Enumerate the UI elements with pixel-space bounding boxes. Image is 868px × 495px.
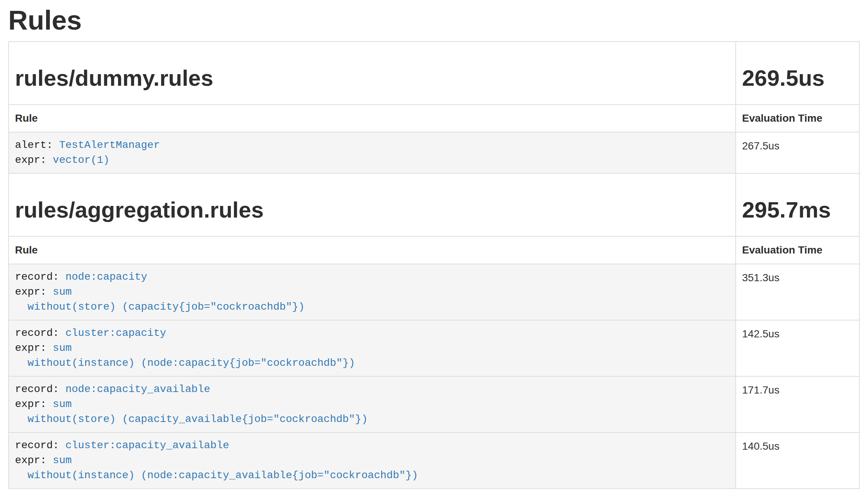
rule-evaluation-time: 351.3us bbox=[736, 264, 859, 320]
rule-expression-link[interactable]: TestAlertManager bbox=[59, 139, 160, 151]
rule-evaluation-time: 140.5us bbox=[736, 432, 859, 489]
rule-code: record: cluster:capacity expr: sum witho… bbox=[15, 326, 729, 371]
rule-code: record: cluster:capacity_available expr:… bbox=[15, 438, 729, 483]
group-eval-cell: 269.5us bbox=[736, 42, 859, 104]
group-name: rules/aggregation.rules bbox=[15, 198, 729, 222]
rule-keyword: record: bbox=[15, 327, 65, 339]
rule-keyword: expr: bbox=[15, 398, 53, 410]
rule-keyword: expr: bbox=[15, 342, 53, 354]
rule-expression-link[interactable]: sum bbox=[53, 286, 72, 298]
evaluation-time-column-header: Evaluation Time bbox=[736, 104, 859, 132]
rules-table: rules/dummy.rules 269.5us Rule Evaluatio… bbox=[8, 41, 860, 489]
rule-expression-link[interactable]: vector(1) bbox=[53, 154, 109, 166]
column-header-row: Rule Evaluation Time bbox=[9, 236, 859, 264]
rule-expression-link[interactable]: without(store) (capacity_available{job="… bbox=[15, 413, 368, 425]
rule-cell: record: node:capacity_available expr: su… bbox=[9, 376, 736, 432]
rule-evaluation-time: 267.5us bbox=[736, 132, 859, 173]
rule-evaluation-time: 171.7us bbox=[736, 376, 859, 432]
rule-expression-link[interactable]: cluster:capacity_available bbox=[65, 440, 229, 451]
rule-keyword: record: bbox=[15, 383, 65, 395]
group-heading-row: rules/aggregation.rules 295.7ms bbox=[9, 173, 859, 236]
group-evaluation-time: 269.5us bbox=[742, 66, 853, 91]
rule-row: record: cluster:capacity_available expr:… bbox=[9, 432, 859, 489]
rule-expression-link[interactable]: node:capacity_available bbox=[65, 383, 210, 395]
rule-keyword: record: bbox=[15, 440, 65, 451]
rule-row: record: node:capacity expr: sum without(… bbox=[9, 264, 859, 320]
rule-code: record: node:capacity_available expr: su… bbox=[15, 382, 729, 427]
rule-keyword: expr: bbox=[15, 286, 53, 298]
rule-expression-link[interactable]: sum bbox=[53, 455, 72, 466]
page-title: Rules bbox=[8, 6, 860, 35]
group-name: rules/dummy.rules bbox=[15, 66, 729, 91]
rule-cell: record: node:capacity expr: sum without(… bbox=[9, 264, 736, 320]
rule-cell: alert: TestAlertManager expr: vector(1) bbox=[9, 132, 736, 173]
rule-keyword: expr: bbox=[15, 455, 53, 466]
rule-code: record: node:capacity expr: sum without(… bbox=[15, 270, 729, 315]
group-name-cell: rules/aggregation.rules bbox=[9, 173, 736, 236]
rule-expression-link[interactable]: sum bbox=[53, 398, 72, 410]
rule-row: record: node:capacity_available expr: su… bbox=[9, 376, 859, 432]
rule-keyword: record: bbox=[15, 271, 65, 283]
rule-expression-link[interactable]: without(instance) (node:capacity{job="co… bbox=[15, 357, 355, 369]
group-eval-cell: 295.7ms bbox=[736, 173, 859, 236]
rule-row: record: cluster:capacity expr: sum witho… bbox=[9, 320, 859, 376]
rule-expression-link[interactable]: without(store) (capacity{job="cockroachd… bbox=[15, 301, 305, 313]
rule-column-header: Rule bbox=[9, 104, 736, 132]
rule-column-header: Rule bbox=[9, 236, 736, 264]
group-name-cell: rules/dummy.rules bbox=[9, 42, 736, 104]
rule-cell: record: cluster:capacity expr: sum witho… bbox=[9, 320, 736, 376]
group-heading-row: rules/dummy.rules 269.5us bbox=[9, 42, 859, 104]
rule-expression-link[interactable]: without(instance) (node:capacity_availab… bbox=[15, 470, 418, 481]
rule-expression-link[interactable]: sum bbox=[53, 342, 72, 354]
rule-expression-link[interactable]: cluster:capacity bbox=[65, 327, 166, 339]
column-header-row: Rule Evaluation Time bbox=[9, 104, 859, 132]
rule-evaluation-time: 142.5us bbox=[736, 320, 859, 376]
rule-keyword: expr: bbox=[15, 154, 53, 166]
group-evaluation-time: 295.7ms bbox=[742, 198, 853, 222]
rule-keyword: alert: bbox=[15, 139, 59, 151]
rule-code: alert: TestAlertManager expr: vector(1) bbox=[15, 138, 729, 168]
rule-row: alert: TestAlertManager expr: vector(1) … bbox=[9, 132, 859, 173]
evaluation-time-column-header: Evaluation Time bbox=[736, 236, 859, 264]
rule-expression-link[interactable]: node:capacity bbox=[65, 271, 147, 283]
rule-cell: record: cluster:capacity_available expr:… bbox=[9, 432, 736, 489]
